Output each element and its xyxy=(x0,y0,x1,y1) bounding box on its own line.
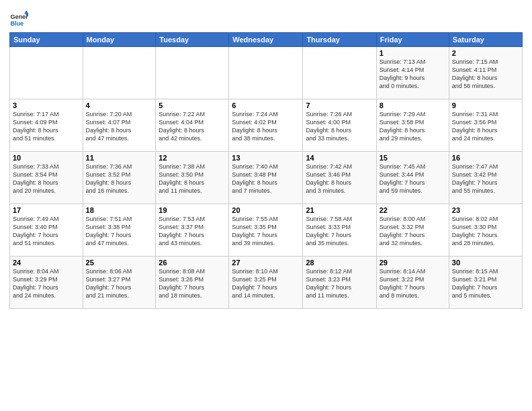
day-info: Sunrise: 7:22 AM Sunset: 4:04 PM Dayligh… xyxy=(159,110,226,143)
day-info: Sunrise: 7:40 AM Sunset: 3:48 PM Dayligh… xyxy=(232,163,300,195)
day-info: Sunrise: 8:08 AM Sunset: 3:26 PM Dayligh… xyxy=(159,267,226,300)
calendar-cell: 4Sunrise: 7:20 AM Sunset: 4:07 PM Daylig… xyxy=(83,99,156,152)
day-number: 8 xyxy=(380,101,446,109)
day-info: Sunrise: 8:06 AM Sunset: 3:27 PM Dayligh… xyxy=(86,267,153,300)
day-number: 7 xyxy=(306,101,373,109)
day-number: 18 xyxy=(86,206,153,214)
day-number: 28 xyxy=(306,259,373,267)
calendar-week-3: 10Sunrise: 7:33 AM Sunset: 3:54 PM Dayli… xyxy=(10,152,523,204)
day-number: 30 xyxy=(452,259,519,267)
calendar-cell: 16Sunrise: 7:47 AM Sunset: 3:42 PM Dayli… xyxy=(449,152,522,204)
day-number: 19 xyxy=(159,206,226,214)
calendar-cell: 3Sunrise: 7:17 AM Sunset: 4:09 PM Daylig… xyxy=(10,99,83,152)
calendar-header-saturday: Saturday xyxy=(449,33,522,47)
day-number: 17 xyxy=(13,206,80,214)
calendar-cell: 1Sunrise: 7:13 AM Sunset: 4:14 PM Daylig… xyxy=(376,47,449,99)
day-info: Sunrise: 7:24 AM Sunset: 4:02 PM Dayligh… xyxy=(232,110,300,143)
day-info: Sunrise: 8:15 AM Sunset: 3:21 PM Dayligh… xyxy=(452,267,519,300)
day-info: Sunrise: 8:02 AM Sunset: 3:30 PM Dayligh… xyxy=(452,215,519,248)
day-info: Sunrise: 7:15 AM Sunset: 4:11 PM Dayligh… xyxy=(452,58,519,91)
day-number: 25 xyxy=(86,259,153,267)
calendar-cell: 20Sunrise: 7:55 AM Sunset: 3:35 PM Dayli… xyxy=(229,204,303,257)
calendar-header-tuesday: Tuesday xyxy=(156,33,229,47)
day-number: 22 xyxy=(380,206,446,214)
calendar-cell: 12Sunrise: 7:38 AM Sunset: 3:50 PM Dayli… xyxy=(156,152,229,204)
calendar-header-monday: Monday xyxy=(83,33,156,47)
day-info: Sunrise: 7:49 AM Sunset: 3:40 PM Dayligh… xyxy=(13,215,80,248)
calendar-header-row: SundayMondayTuesdayWednesdayThursdayFrid… xyxy=(10,33,523,47)
day-number: 20 xyxy=(232,206,300,214)
calendar-cell: 18Sunrise: 7:51 AM Sunset: 3:38 PM Dayli… xyxy=(83,204,156,257)
day-info: Sunrise: 7:42 AM Sunset: 3:46 PM Dayligh… xyxy=(306,163,373,195)
calendar-header-friday: Friday xyxy=(376,33,449,47)
svg-marker-2 xyxy=(24,10,28,13)
logo: General Blue xyxy=(9,9,31,28)
day-info: Sunrise: 7:20 AM Sunset: 4:07 PM Dayligh… xyxy=(86,110,153,143)
day-number: 1 xyxy=(380,49,446,57)
calendar-cell: 5Sunrise: 7:22 AM Sunset: 4:04 PM Daylig… xyxy=(156,99,229,152)
calendar-cell: 27Sunrise: 8:10 AM Sunset: 3:25 PM Dayli… xyxy=(229,257,303,309)
day-info: Sunrise: 7:31 AM Sunset: 3:56 PM Dayligh… xyxy=(452,110,519,143)
calendar-cell: 10Sunrise: 7:33 AM Sunset: 3:54 PM Dayli… xyxy=(10,152,83,204)
day-info: Sunrise: 8:12 AM Sunset: 3:23 PM Dayligh… xyxy=(306,267,373,300)
svg-text:General: General xyxy=(10,13,28,20)
day-info: Sunrise: 7:53 AM Sunset: 3:37 PM Dayligh… xyxy=(159,215,226,248)
calendar-cell: 22Sunrise: 8:00 AM Sunset: 3:32 PM Dayli… xyxy=(376,204,449,257)
day-number: 6 xyxy=(232,101,300,109)
calendar-week-4: 17Sunrise: 7:49 AM Sunset: 3:40 PM Dayli… xyxy=(10,204,523,257)
calendar-table: SundayMondayTuesdayWednesdayThursdayFrid… xyxy=(9,32,523,309)
day-info: Sunrise: 8:14 AM Sunset: 3:22 PM Dayligh… xyxy=(380,267,446,300)
day-number: 2 xyxy=(452,49,519,57)
calendar-cell: 25Sunrise: 8:06 AM Sunset: 3:27 PM Dayli… xyxy=(83,257,156,309)
day-number: 26 xyxy=(159,259,226,267)
day-number: 21 xyxy=(306,206,373,214)
day-number: 4 xyxy=(86,101,153,109)
calendar-header-thursday: Thursday xyxy=(303,33,376,47)
calendar-cell xyxy=(156,47,229,99)
day-number: 5 xyxy=(159,101,226,109)
calendar-cell: 8Sunrise: 7:29 AM Sunset: 3:58 PM Daylig… xyxy=(376,99,449,152)
day-number: 23 xyxy=(452,206,519,214)
calendar-cell: 2Sunrise: 7:15 AM Sunset: 4:11 PM Daylig… xyxy=(449,47,522,99)
calendar-cell: 19Sunrise: 7:53 AM Sunset: 3:37 PM Dayli… xyxy=(156,204,229,257)
day-info: Sunrise: 7:26 AM Sunset: 4:00 PM Dayligh… xyxy=(306,110,373,143)
calendar-cell: 30Sunrise: 8:15 AM Sunset: 3:21 PM Dayli… xyxy=(449,257,522,309)
day-number: 12 xyxy=(159,154,226,162)
day-info: Sunrise: 7:47 AM Sunset: 3:42 PM Dayligh… xyxy=(452,163,519,195)
day-number: 29 xyxy=(380,259,446,267)
day-info: Sunrise: 7:55 AM Sunset: 3:35 PM Dayligh… xyxy=(232,215,300,248)
calendar-cell: 21Sunrise: 7:58 AM Sunset: 3:33 PM Dayli… xyxy=(303,204,376,257)
calendar-cell: 9Sunrise: 7:31 AM Sunset: 3:56 PM Daylig… xyxy=(449,99,522,152)
svg-text:Blue: Blue xyxy=(10,20,24,27)
calendar-week-5: 24Sunrise: 8:04 AM Sunset: 3:29 PM Dayli… xyxy=(10,257,523,309)
calendar-cell xyxy=(10,47,83,99)
day-info: Sunrise: 7:13 AM Sunset: 4:14 PM Dayligh… xyxy=(380,58,446,91)
calendar-header-sunday: Sunday xyxy=(10,33,83,47)
calendar-header-wednesday: Wednesday xyxy=(229,33,303,47)
day-info: Sunrise: 7:17 AM Sunset: 4:09 PM Dayligh… xyxy=(13,110,80,143)
day-info: Sunrise: 8:10 AM Sunset: 3:25 PM Dayligh… xyxy=(232,267,300,300)
day-number: 16 xyxy=(452,154,519,162)
calendar-cell: 11Sunrise: 7:36 AM Sunset: 3:52 PM Dayli… xyxy=(83,152,156,204)
logo-icon: General Blue xyxy=(9,9,28,28)
calendar-cell: 28Sunrise: 8:12 AM Sunset: 3:23 PM Dayli… xyxy=(303,257,376,309)
calendar-cell xyxy=(229,47,303,99)
day-info: Sunrise: 8:00 AM Sunset: 3:32 PM Dayligh… xyxy=(380,215,446,248)
calendar-cell xyxy=(303,47,376,99)
day-info: Sunrise: 7:58 AM Sunset: 3:33 PM Dayligh… xyxy=(306,215,373,248)
calendar-week-2: 3Sunrise: 7:17 AM Sunset: 4:09 PM Daylig… xyxy=(10,99,523,152)
day-number: 11 xyxy=(86,154,153,162)
day-number: 13 xyxy=(232,154,300,162)
day-info: Sunrise: 7:36 AM Sunset: 3:52 PM Dayligh… xyxy=(86,163,153,195)
calendar-cell: 15Sunrise: 7:45 AM Sunset: 3:44 PM Dayli… xyxy=(376,152,449,204)
page: General Blue SundayMondayTuesdayWednesda… xyxy=(0,0,532,411)
day-number: 3 xyxy=(13,101,80,109)
day-info: Sunrise: 8:04 AM Sunset: 3:29 PM Dayligh… xyxy=(13,267,80,300)
header: General Blue xyxy=(9,7,523,28)
day-info: Sunrise: 7:29 AM Sunset: 3:58 PM Dayligh… xyxy=(380,110,446,143)
calendar-cell: 17Sunrise: 7:49 AM Sunset: 3:40 PM Dayli… xyxy=(10,204,83,257)
day-number: 27 xyxy=(232,259,300,267)
calendar-cell: 24Sunrise: 8:04 AM Sunset: 3:29 PM Dayli… xyxy=(10,257,83,309)
calendar-cell: 14Sunrise: 7:42 AM Sunset: 3:46 PM Dayli… xyxy=(303,152,376,204)
calendar-cell: 6Sunrise: 7:24 AM Sunset: 4:02 PM Daylig… xyxy=(229,99,303,152)
